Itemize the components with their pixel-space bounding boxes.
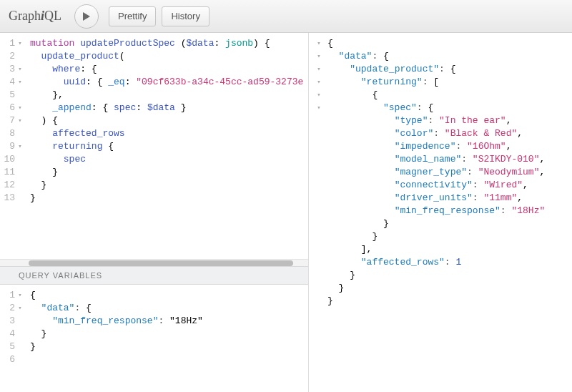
result-content: { "data": { "update_product": { "returni…	[326, 33, 551, 312]
scrollbar-thumb[interactable]	[29, 260, 293, 266]
result-gutter: ▾▾▾▾▾▾	[309, 33, 326, 312]
play-icon	[82, 11, 91, 21]
prettify-button[interactable]: Prettify	[109, 6, 156, 26]
query-editor[interactable]: 1▾23▾4▾56▾7▾89▾10111213 mutation updateP…	[0, 33, 308, 259]
left-column: 1▾23▾4▾56▾7▾89▾10111213 mutation updateP…	[0, 33, 309, 392]
horizontal-scrollbar[interactable]	[0, 259, 308, 266]
history-button[interactable]: History	[162, 6, 209, 26]
query-variables-header[interactable]: Query Variables	[0, 266, 308, 285]
toolbar: GraphiQL Prettify History	[0, 0, 572, 33]
logo-text-prefix: Graph	[9, 9, 41, 23]
variables-editor[interactable]: 1▾2▾3456 { "data": { "min_freq_response"…	[0, 285, 308, 392]
variables-content[interactable]: { "data": { "min_freq_response": "18Hz" …	[27, 285, 209, 371]
execute-button[interactable]	[74, 4, 99, 29]
variables-gutter: 1▾2▾3456	[0, 285, 27, 371]
main: 1▾23▾4▾56▾7▾89▾10111213 mutation updateP…	[0, 33, 572, 392]
logo-text-suffix: QL	[44, 9, 61, 23]
query-gutter: 1▾23▾4▾56▾7▾89▾10111213	[0, 33, 27, 209]
result-pane: ▾▾▾▾▾▾ { "data": { "update_product": { "…	[309, 33, 572, 392]
logo: GraphiQL	[9, 9, 61, 24]
query-content[interactable]: mutation updateProductSpec ($data: jsonb…	[27, 33, 308, 209]
